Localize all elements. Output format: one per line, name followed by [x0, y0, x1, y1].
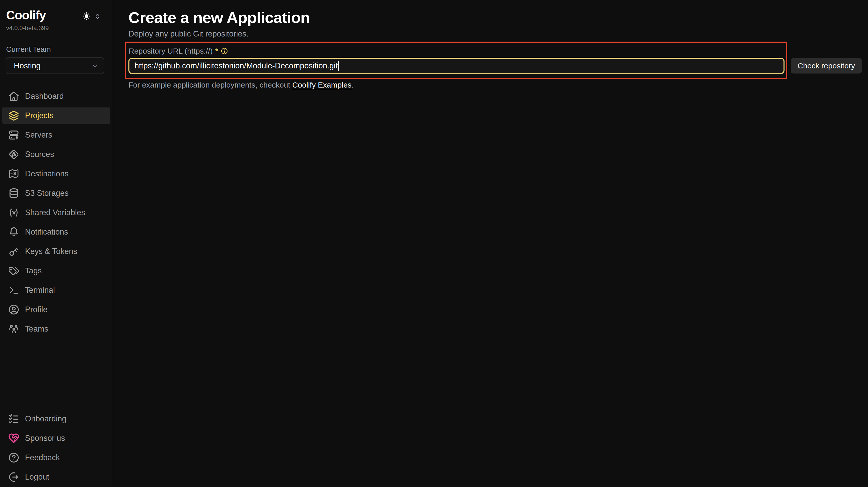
- layers-icon: [8, 110, 20, 121]
- sidebar-item-label: Projects: [25, 111, 54, 120]
- required-marker: *: [215, 47, 218, 55]
- sidebar-item-label: Terminal: [25, 286, 55, 295]
- chevron-down-icon: [91, 62, 98, 69]
- sidebar-item-terminal[interactable]: Terminal: [2, 282, 110, 298]
- theme-toggle-sun-icon[interactable]: [82, 12, 91, 21]
- sidebar-footer-nav: Onboarding Sponsor us Feedback: [0, 411, 112, 485]
- sidebar-item-label: Logout: [25, 473, 49, 482]
- current-team-label: Current Team: [6, 45, 51, 54]
- sidebar-item-dashboard[interactable]: Dashboard: [2, 88, 110, 104]
- sidebar-item-shared-variables[interactable]: Shared Variables: [2, 204, 110, 221]
- repository-url-value: https://github.com/illicitestonion/Modul…: [134, 61, 338, 70]
- sidebar-item-destinations[interactable]: Destinations: [2, 166, 110, 182]
- sidebar-item-projects[interactable]: Projects: [2, 107, 110, 124]
- logout-icon: [8, 472, 20, 483]
- list-checks-icon: [8, 413, 20, 424]
- sidebar-item-label: Shared Variables: [25, 208, 85, 217]
- user-circle-icon: [8, 304, 20, 315]
- sidebar-item-s3-storages[interactable]: S3 Storages: [2, 185, 110, 201]
- repository-url-label-row: Repository URL (https://) *: [129, 47, 228, 55]
- database-icon: [8, 188, 20, 199]
- team-select[interactable]: Hosting: [6, 58, 104, 74]
- sidebar-item-servers[interactable]: Servers: [2, 127, 110, 143]
- server-icon: [8, 129, 20, 141]
- sidebar-item-label: Destinations: [25, 169, 69, 178]
- sidebar-item-label: Sponsor us: [25, 434, 65, 443]
- sidebar-item-sponsor-us[interactable]: Sponsor us: [2, 430, 110, 447]
- terminal-icon: [8, 285, 20, 296]
- page-subtitle: Deploy any public Git repositories.: [128, 29, 248, 38]
- sidebar-item-feedback[interactable]: Feedback: [2, 450, 110, 466]
- sidebar-item-notifications[interactable]: Notifications: [2, 224, 110, 240]
- sidebar-item-label: Profile: [25, 305, 48, 314]
- sidebar-item-label: Tags: [25, 266, 41, 275]
- text-caret: [338, 61, 339, 71]
- team-select-value: Hosting: [14, 61, 40, 70]
- sidebar-item-label: Feedback: [25, 453, 60, 462]
- repository-url-input[interactable]: https://github.com/illicitestonion/Modul…: [128, 58, 784, 74]
- sidebar-item-keys-tokens[interactable]: Keys & Tokens: [2, 243, 110, 260]
- map-icon: [8, 168, 20, 180]
- sidebar-item-label: Dashboard: [25, 92, 64, 101]
- help-circle-icon: [8, 452, 20, 463]
- coolify-examples-link[interactable]: Coolify Examples: [292, 80, 351, 89]
- sidebar-item-sources[interactable]: Sources: [2, 146, 110, 163]
- sidebar-item-profile[interactable]: Profile: [2, 301, 110, 318]
- sidebar-item-label: Servers: [25, 130, 52, 140]
- sidebar-item-logout[interactable]: Logout: [2, 469, 110, 485]
- sidebar-item-onboarding[interactable]: Onboarding: [2, 411, 110, 427]
- tags-icon: [8, 265, 20, 277]
- sidebar-item-teams[interactable]: Teams: [2, 321, 110, 337]
- info-icon[interactable]: [221, 47, 228, 55]
- sidebar-item-label: Keys & Tokens: [25, 247, 77, 256]
- home-icon: [8, 91, 20, 102]
- sidebar-item-tags[interactable]: Tags: [2, 263, 110, 279]
- app-version: v4.0.0-beta.399: [6, 25, 49, 32]
- repository-url-label: Repository URL (https://): [129, 47, 213, 55]
- helper-text: For example application deployments, che…: [128, 80, 353, 89]
- sidebar-item-label: S3 Storages: [25, 189, 69, 198]
- heart-handshake-icon: [8, 433, 20, 444]
- key-icon: [8, 246, 20, 257]
- sidebar-item-label: Onboarding: [25, 414, 66, 423]
- helper-suffix: .: [351, 80, 353, 89]
- sidebar-item-label: Teams: [25, 324, 48, 334]
- app-logo: Coolify: [6, 8, 46, 22]
- variables-icon: [8, 207, 20, 218]
- sidebar-nav: Dashboard Projects Servers: [0, 88, 112, 337]
- git-source-icon: [8, 149, 20, 160]
- sidebar-item-label: Sources: [25, 150, 54, 159]
- check-repository-button[interactable]: Check repository: [790, 58, 862, 73]
- sidebar: Coolify v4.0.0-beta.399 Current Team Hos…: [0, 0, 112, 487]
- sidebar-item-label: Notifications: [25, 227, 68, 237]
- bell-icon: [8, 226, 20, 238]
- chevrons-up-down-icon[interactable]: [93, 12, 102, 21]
- users-icon: [8, 323, 20, 335]
- page-title: Create a new Application: [128, 8, 310, 27]
- helper-prefix: For example application deployments, che…: [128, 80, 292, 89]
